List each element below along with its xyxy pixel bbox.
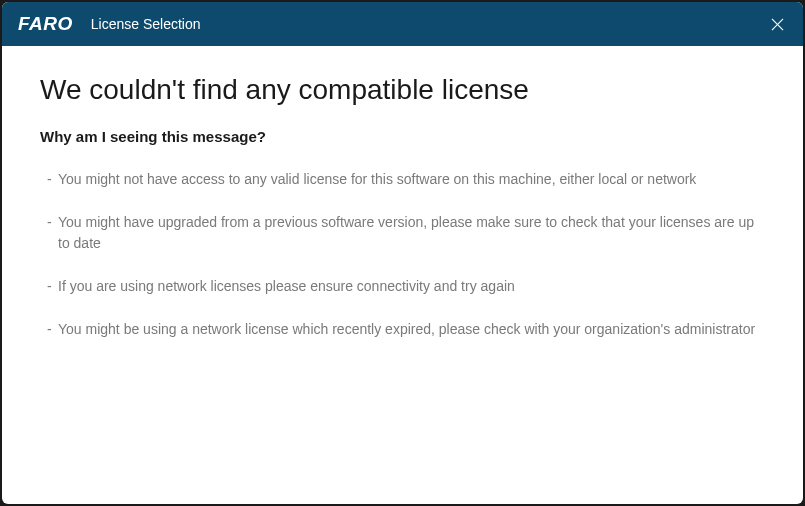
reasons-list: You might not have access to any valid l… xyxy=(40,169,765,340)
reason-item: If you are using network licenses please… xyxy=(40,276,765,297)
license-dialog: FARO License Selection We couldn't find … xyxy=(2,2,803,504)
reason-item: You might have upgraded from a previous … xyxy=(40,212,765,254)
close-button[interactable] xyxy=(763,10,791,38)
close-icon xyxy=(771,18,784,31)
dialog-title: License Selection xyxy=(91,16,763,32)
reason-item: You might not have access to any valid l… xyxy=(40,169,765,190)
heading: We couldn't find any compatible license xyxy=(40,74,765,106)
titlebar: FARO License Selection xyxy=(2,2,803,46)
subheading: Why am I seeing this message? xyxy=(40,128,765,145)
reason-item: You might be using a network license whi… xyxy=(40,319,765,340)
faro-logo: FARO xyxy=(18,13,73,35)
dialog-content: We couldn't find any compatible license … xyxy=(2,46,803,504)
